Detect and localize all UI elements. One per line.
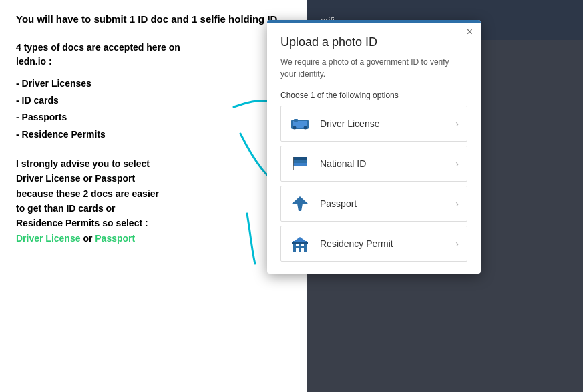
svg-rect-12: [301, 244, 304, 246]
or-text: or: [81, 233, 95, 244]
driver-license-chevron: ›: [455, 118, 459, 129]
doc-list: Driver Licenses ID cards Passports Resid…: [16, 75, 291, 143]
svg-rect-4: [294, 119, 298, 122]
national-id-chevron: ›: [455, 158, 459, 169]
residency-permit-chevron: ›: [455, 238, 459, 249]
svg-rect-13: [296, 248, 299, 252]
top-instruction: You will have to submit 1 ID doc and 1 s…: [16, 12, 291, 26]
driver-license-link: Driver License: [16, 233, 81, 244]
building-icon: [289, 233, 311, 254]
driver-license-option[interactable]: Driver License ›: [280, 106, 467, 142]
driver-license-label: Driver License: [320, 118, 455, 129]
svg-point-3: [304, 126, 307, 130]
right-panel: erifi tion to coare × Upload a photo ID …: [307, 0, 583, 392]
svg-rect-7: [293, 163, 307, 166]
list-item: Passports: [16, 109, 291, 126]
modal-close-button[interactable]: ×: [467, 27, 473, 37]
national-id-label: National ID: [320, 158, 455, 169]
modal-dialog: × Upload a photo ID We require a photo o…: [267, 20, 481, 274]
main-container: You will have to submit 1 ID doc and 1 s…: [0, 0, 583, 392]
list-item: Residence Permits: [16, 126, 291, 143]
svg-point-2: [293, 126, 297, 130]
residency-permit-label: Residency Permit: [320, 238, 455, 249]
plane-icon: [289, 193, 311, 214]
passport-link: Passport: [95, 233, 135, 244]
passport-option[interactable]: Passport ›: [280, 186, 467, 222]
svg-rect-14: [301, 248, 304, 252]
residency-permit-option[interactable]: Residency Permit ›: [280, 226, 467, 262]
flag-icon: [289, 153, 311, 174]
advice-text: I strongly advise you to select Driver L…: [16, 156, 291, 246]
modal-title: Upload a photo ID: [280, 35, 467, 49]
modal-subtitle: We require a photo of a government ID to…: [280, 56, 467, 80]
national-id-option[interactable]: National ID ›: [280, 146, 467, 182]
svg-marker-15: [293, 237, 307, 242]
passport-label: Passport: [320, 198, 455, 209]
left-panel: You will have to submit 1 ID doc and 1 s…: [0, 0, 307, 392]
modal-body: Upload a photo ID We require a photo of …: [267, 23, 481, 274]
svg-rect-11: [296, 244, 299, 246]
doc-types-heading: 4 types of docs are accepted here onledn…: [16, 41, 291, 69]
list-item: Driver Licenses: [16, 75, 291, 92]
svg-rect-10: [292, 242, 308, 244]
modal-choose-label: Choose 1 of the following options: [280, 91, 467, 100]
list-item: ID cards: [16, 92, 291, 109]
passport-chevron: ›: [455, 198, 459, 209]
car-icon: [289, 113, 311, 134]
svg-rect-6: [293, 157, 307, 160]
